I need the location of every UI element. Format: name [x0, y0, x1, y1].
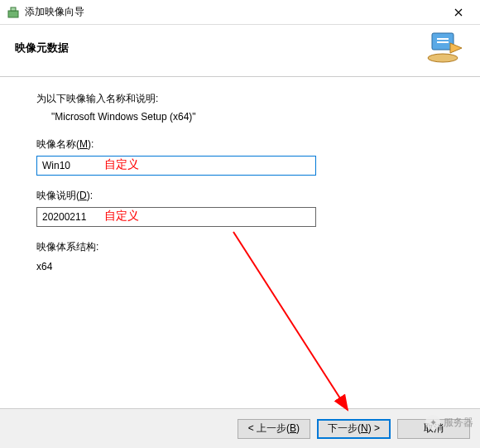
- intro-text: 为以下映像输入名称和说明:: [36, 92, 444, 106]
- window-title: 添加映像向导: [25, 5, 439, 19]
- svg-rect-0: [8, 11, 18, 17]
- app-icon: [7, 6, 20, 19]
- watermark-text: 服务器: [444, 416, 473, 430]
- watermark: ✦ 服务器: [425, 415, 473, 430]
- wizard-footer: < 上一步(B) 下一步(N) > 取消: [0, 408, 480, 448]
- back-button[interactable]: < 上一步(B): [238, 419, 310, 439]
- arch-value: x64: [36, 261, 444, 272]
- image-desc-label: 映像说明(D):: [36, 189, 444, 203]
- metadata-icon: [425, 31, 467, 65]
- image-name-label: 映像名称(M):: [36, 137, 444, 152]
- watermark-icon: ✦: [425, 415, 440, 430]
- page-title: 映像元数据: [15, 41, 425, 55]
- close-button[interactable]: [439, 1, 477, 24]
- svg-rect-1: [11, 7, 16, 11]
- wizard-content: 为以下映像输入名称和说明: "Microsoft Windows Setup (…: [0, 77, 480, 281]
- next-button[interactable]: 下一步(N) >: [317, 419, 391, 439]
- svg-point-5: [428, 54, 458, 62]
- image-desc-input[interactable]: [36, 207, 316, 227]
- wizard-header: 映像元数据: [0, 25, 480, 77]
- image-source-name: "Microsoft Windows Setup (x64)": [51, 111, 444, 123]
- titlebar: 添加映像向导: [0, 0, 480, 25]
- svg-rect-3: [437, 38, 449, 40]
- svg-rect-4: [437, 41, 449, 43]
- image-name-input[interactable]: [36, 156, 316, 176]
- arch-label: 映像体系结构:: [36, 240, 444, 254]
